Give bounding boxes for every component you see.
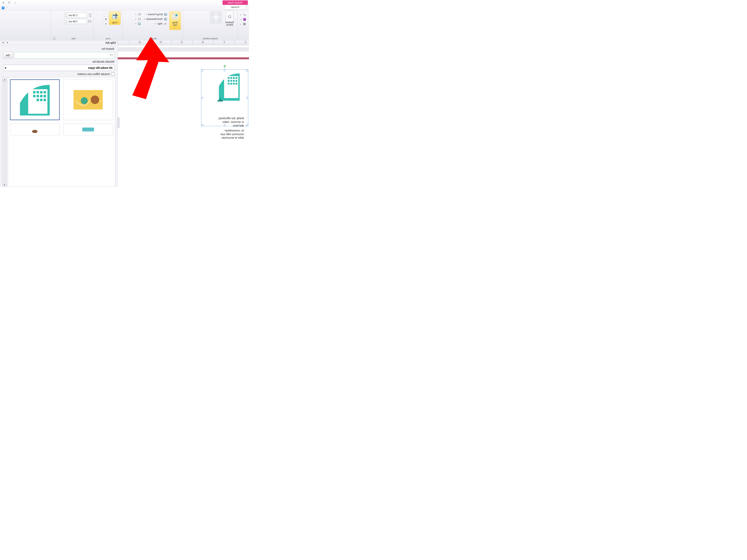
- align-button[interactable]: ⇲Align▾: [143, 22, 168, 26]
- height-decrease[interactable]: ▼: [65, 15, 68, 18]
- resize-handle-nw[interactable]: [246, 70, 248, 72]
- size-group-label: Size◲: [53, 36, 92, 40]
- nudge-right[interactable]: →: [210, 16, 214, 19]
- shadow-nudge-pad[interactable]: ↖↑↗ ←▪→ ↙↓↘: [210, 11, 222, 23]
- send-backward-button[interactable]: 🔙Send Backward▾: [143, 17, 168, 21]
- clip-art-task-pane: Clip Art ▾ ✕ Search for: Go Results shou…: [0, 40, 118, 187]
- svg-rect-30: [36, 91, 39, 94]
- svg-point-40: [32, 130, 37, 133]
- group-button[interactable]: ⿻▾: [135, 12, 142, 17]
- width-icon: [88, 20, 92, 23]
- nudge-up-right[interactable]: ↗: [210, 11, 214, 15]
- crop-group: Crop ✂ ▦ ▥ Crop: [93, 10, 123, 40]
- results-should-be-combo[interactable]: All media file types▾: [3, 65, 114, 71]
- format-ribbon-tab[interactable]: Format: [224, 5, 246, 9]
- horizontal-ruler[interactable]: 6810121416: [118, 40, 249, 45]
- svg-point-25: [91, 96, 99, 104]
- shadow-effects-button[interactable]: ▢ Shadow Effects: [224, 11, 235, 27]
- clipart-result-2-selected[interactable]: [10, 79, 60, 120]
- window-close-button[interactable]: ✕: [1, 1, 5, 4]
- svg-rect-39: [82, 128, 94, 131]
- pane-options-dropdown[interactable]: ▾: [6, 42, 9, 44]
- title-bar: Picture Tools Format ˄ ? — ❐ ✕: [0, 0, 249, 10]
- resize-handle-sw[interactable]: [246, 124, 248, 126]
- wrap-text-button[interactable]: Wrap Text ▾: [169, 11, 181, 30]
- shadow-effects-group: ▢ Shadow Effects ↖↑↗ ←▪→ ↙↓↘ Shadow Effe…: [183, 10, 237, 40]
- nudge-center[interactable]: ▪: [214, 16, 218, 19]
- clipart-result-1[interactable]: [63, 79, 113, 120]
- resize-handle-ne[interactable]: [201, 70, 203, 72]
- svg-rect-8: [112, 14, 117, 19]
- crop-tool-3[interactable]: ▥: [104, 22, 108, 25]
- svg-rect-35: [33, 95, 35, 98]
- scroll-up-button[interactable]: ▲: [2, 77, 7, 81]
- rotate-button[interactable]: 🔄▾: [135, 22, 142, 26]
- nudge-left[interactable]: ←: [218, 16, 222, 19]
- document-divider-bar: [118, 57, 249, 59]
- svg-rect-34: [36, 95, 39, 98]
- nudge-down-right[interactable]: ↘: [210, 20, 214, 23]
- nudge-up-left[interactable]: ↖: [218, 11, 222, 15]
- resize-handle-w[interactable]: [246, 97, 248, 99]
- pane-close-button[interactable]: ✕: [2, 42, 5, 44]
- clipart-result-3[interactable]: [63, 124, 113, 135]
- bring-forward-button[interactable]: 🔝Bring Forward▾: [143, 12, 168, 17]
- content-area: 6810121416: [0, 40, 249, 187]
- document-area: 6810121416: [118, 40, 249, 187]
- width-increase[interactable]: ▲: [65, 19, 68, 21]
- nudge-down[interactable]: ↓: [214, 20, 218, 23]
- resize-handle-e[interactable]: [201, 97, 203, 99]
- svg-rect-31: [33, 91, 35, 94]
- svg-rect-1: [176, 14, 177, 16]
- help-icon[interactable]: ?: [2, 6, 5, 9]
- svg-rect-38: [36, 99, 39, 101]
- picture-effects-button[interactable]: 🟪▾: [239, 17, 247, 22]
- scroll-track[interactable]: [2, 82, 7, 182]
- size-group: ▲▼ ▲▼ Size◲: [51, 10, 93, 40]
- svg-rect-33: [40, 95, 43, 98]
- size-dialog-launcher[interactable]: ◲: [53, 37, 56, 40]
- results-scrollbar[interactable]: ▲ ▼: [2, 77, 7, 187]
- margin-indicator: [118, 47, 249, 52]
- picture-layout-button[interactable]: 🖼▾: [239, 22, 247, 26]
- shadow-effects-group-label: Shadow Effects: [185, 36, 235, 40]
- svg-rect-29: [40, 91, 43, 94]
- nudge-up[interactable]: ↑: [214, 11, 218, 15]
- window-restore-button[interactable]: ❐: [7, 1, 11, 4]
- include-office-content-checkbox[interactable]: Include Office.com content: [3, 73, 114, 76]
- clipart-result-4[interactable]: [10, 124, 60, 135]
- crop-tool-1[interactable]: ✂: [104, 12, 108, 16]
- ungroup-button[interactable]: ⿴▾: [135, 17, 142, 21]
- crop-group-label: Crop: [96, 36, 121, 40]
- crop-tool-2[interactable]: ▦: [104, 17, 108, 21]
- arrange-group-label: Arrange: [125, 36, 181, 40]
- go-button[interactable]: Go: [3, 52, 12, 58]
- ribbon-collapse-toggle[interactable]: ˄: [7, 6, 8, 9]
- height-increase[interactable]: ▲: [65, 13, 68, 15]
- svg-rect-32: [44, 95, 46, 98]
- width-decrease[interactable]: ▼: [65, 21, 68, 24]
- pane-resize-grip[interactable]: [118, 117, 120, 128]
- resize-handle-n[interactable]: [224, 70, 226, 72]
- svg-rect-28: [44, 91, 46, 94]
- clipart-results-grid: [8, 77, 115, 187]
- include-office-content-input[interactable]: [111, 73, 114, 76]
- nudge-down-left[interactable]: ↙: [218, 20, 222, 23]
- selected-picture[interactable]: briefly, but effectively, or services. S…: [202, 71, 247, 125]
- scroll-down-button[interactable]: ▼: [2, 182, 7, 187]
- crop-button[interactable]: Crop: [109, 11, 121, 25]
- svg-point-26: [81, 97, 88, 104]
- results-should-be-label: Results should be:: [3, 60, 114, 63]
- shape-width-input[interactable]: ▲▼: [65, 19, 87, 24]
- picture-border-button[interactable]: 🖊▾: [239, 12, 247, 17]
- window-minimize-button[interactable]: —: [13, 1, 17, 4]
- page-canvas[interactable]: briefly, but effectively, or services. S…: [118, 45, 249, 187]
- resize-handle-se[interactable]: [201, 124, 203, 126]
- picture-tools-context-tab[interactable]: Picture Tools: [223, 0, 248, 5]
- shape-height-input[interactable]: ▲▼: [65, 12, 87, 18]
- svg-rect-10: [88, 21, 91, 22]
- search-for-input[interactable]: [14, 52, 114, 58]
- rotation-handle[interactable]: [224, 65, 226, 67]
- contextual-tab-group: Picture Tools Format: [223, 0, 248, 9]
- svg-rect-37: [40, 99, 43, 101]
